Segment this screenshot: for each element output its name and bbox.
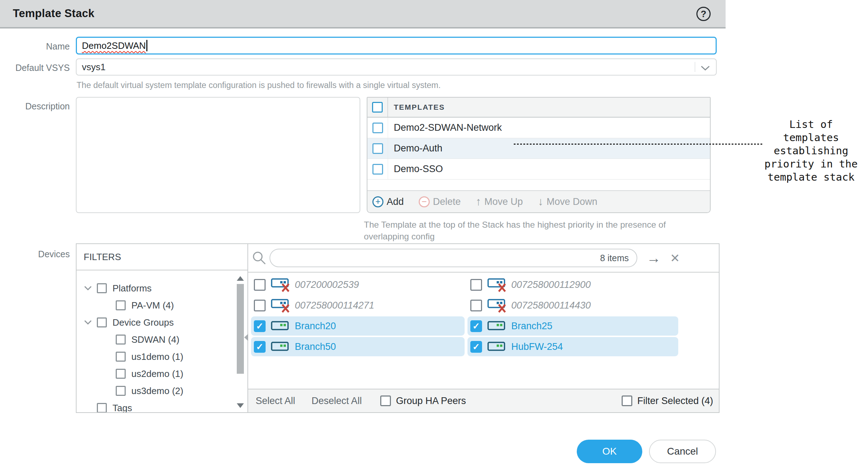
select-all-link[interactable]: Select All	[256, 395, 295, 407]
device-checkbox-checked[interactable]: ✓	[254, 320, 266, 332]
devices-panel: FILTERS Platforms PA-VM (4) Device Group…	[76, 243, 720, 413]
firewall-disconnected-icon	[487, 297, 507, 314]
templates-list: Demo2-SDWAN-Network Demo-Auth Demo-SSO	[367, 118, 710, 180]
template-row[interactable]: Demo2-SDWAN-Network	[367, 118, 710, 138]
filter-label: SDWAN (4)	[131, 334, 179, 345]
device-icon-wrap	[487, 338, 507, 355]
firewall-disconnected-icon	[271, 276, 291, 293]
devices-label: Devices	[0, 249, 70, 259]
template-priority-note: The Template at the top of the Stack has…	[364, 219, 689, 242]
chevron-down-icon	[700, 65, 710, 71]
filter-checkbox[interactable]	[116, 369, 126, 379]
template-checkbox[interactable]	[372, 164, 383, 175]
templates-select-all-checkbox[interactable]	[372, 102, 383, 113]
filter-tree-item[interactable]: Platforms	[77, 280, 247, 297]
device-name: Branch25	[511, 321, 553, 332]
apply-filter-arrow-icon[interactable]: →	[647, 251, 661, 265]
device-row[interactable]: ✓ Branch50	[251, 337, 465, 356]
device-name: Branch20	[295, 321, 336, 332]
filter-label: Tags	[113, 403, 132, 413]
group-ha-peers-checkbox[interactable]	[380, 395, 391, 406]
device-row[interactable]: 007258000114271	[251, 296, 465, 315]
move-down-button[interactable]: ↓ Move Down	[538, 195, 597, 208]
filter-checkbox[interactable]	[116, 352, 126, 362]
default-vsys-label: Default VSYS	[0, 63, 70, 73]
firewall-connected-icon	[487, 318, 507, 334]
filters-tree: Platforms PA-VM (4) Device Groups SDWAN …	[77, 270, 247, 412]
help-icon[interactable]: ?	[696, 7, 711, 21]
device-row[interactable]: 007200002539	[251, 275, 465, 294]
firewall-connected-icon	[271, 338, 291, 355]
device-checkbox[interactable]	[470, 279, 482, 291]
device-name: 007200002539	[295, 279, 359, 290]
device-checkbox-checked[interactable]: ✓	[470, 341, 482, 353]
name-input[interactable]: Demo2SDWAN	[76, 37, 717, 55]
filter-checkbox[interactable]	[116, 335, 126, 345]
clear-filter-icon[interactable]: ✕	[670, 252, 680, 264]
description-label: Description	[0, 101, 70, 112]
device-checkbox[interactable]	[254, 279, 266, 291]
arrow-up-icon: ↑	[476, 195, 481, 208]
filter-tree-item[interactable]: SDWAN (4)	[77, 331, 247, 348]
filter-checkbox[interactable]	[116, 300, 126, 310]
add-button[interactable]: + Add	[372, 196, 404, 207]
device-name: 007258000112900	[511, 279, 591, 290]
device-row[interactable]: 007258000114430	[467, 296, 678, 315]
filter-selected-label: Filter Selected (4)	[637, 395, 713, 407]
scrollbar-thumb[interactable]	[237, 284, 244, 374]
firewall-connected-icon	[487, 338, 507, 355]
template-row[interactable]: Demo-SSO	[367, 159, 710, 180]
delete-button[interactable]: − Delete	[419, 196, 461, 207]
firewall-disconnected-icon	[487, 276, 507, 293]
collapse-filters-handle[interactable]	[244, 334, 248, 341]
device-grid: 007200002539 007258000112900 007	[248, 273, 719, 389]
filter-tree-item[interactable]: PA-VM (4)	[77, 297, 247, 314]
filter-checkbox[interactable]	[97, 403, 107, 412]
group-ha-peers-label: Group HA Peers	[396, 395, 466, 407]
plus-circle-icon: +	[372, 196, 383, 207]
move-up-button[interactable]: ↑ Move Up	[476, 195, 523, 208]
device-row[interactable]: ✓ Branch20	[251, 316, 465, 336]
template-checkbox[interactable]	[372, 123, 383, 133]
chevron-down-icon[interactable]	[83, 286, 93, 291]
device-row[interactable]: 007258000112900	[467, 275, 678, 294]
filter-tree-item[interactable]: Tags	[77, 399, 247, 412]
filter-label: PA-VM (4)	[131, 300, 174, 311]
search-icon	[252, 250, 267, 265]
filter-checkbox[interactable]	[97, 283, 107, 293]
device-checkbox[interactable]	[254, 300, 266, 311]
device-checkbox[interactable]	[470, 300, 482, 311]
device-checkbox-checked[interactable]: ✓	[470, 320, 482, 332]
scroll-down-arrow-icon[interactable]	[237, 403, 244, 408]
filter-label: Device Groups	[113, 317, 174, 328]
default-vsys-value: vsys1	[82, 62, 105, 73]
filter-tree-item[interactable]: Device Groups	[77, 314, 247, 331]
template-name: Demo2-SDWAN-Network	[394, 122, 502, 133]
device-search-row: 8 items → ✕	[248, 244, 719, 273]
device-row[interactable]: ✓ HubFW-254	[467, 337, 678, 356]
search-input[interactable]: 8 items	[270, 249, 637, 267]
device-icon-wrap	[487, 297, 507, 314]
minus-circle-icon: −	[419, 196, 430, 207]
template-row[interactable]: Demo-Auth	[367, 138, 710, 159]
filter-tree-item[interactable]: us1demo (1)	[77, 348, 247, 365]
deselect-all-link[interactable]: Deselect All	[312, 395, 362, 407]
device-checkbox-checked[interactable]: ✓	[254, 341, 266, 353]
description-textarea[interactable]	[76, 97, 360, 213]
template-checkbox[interactable]	[372, 143, 383, 154]
default-vsys-help-text: The default virtual system template conf…	[77, 81, 441, 90]
filter-checkbox[interactable]	[116, 386, 126, 396]
device-row[interactable]: ✓ Branch25	[467, 316, 678, 336]
firewall-connected-icon	[271, 318, 291, 334]
cancel-button[interactable]: Cancel	[649, 440, 716, 463]
filter-checkbox[interactable]	[97, 317, 107, 327]
filter-selected-checkbox[interactable]	[622, 395, 632, 406]
scroll-up-arrow-icon[interactable]	[237, 276, 244, 281]
filter-tree-item[interactable]: us3demo (2)	[77, 382, 247, 399]
ok-button[interactable]: OK	[577, 440, 642, 463]
default-vsys-select[interactable]: vsys1	[76, 58, 717, 76]
templates-column-header: TEMPLATES	[394, 103, 445, 112]
filters-scrollbar[interactable]	[235, 272, 245, 412]
filter-tree-item[interactable]: us2demo (1)	[77, 365, 247, 382]
chevron-down-icon[interactable]	[83, 320, 93, 325]
